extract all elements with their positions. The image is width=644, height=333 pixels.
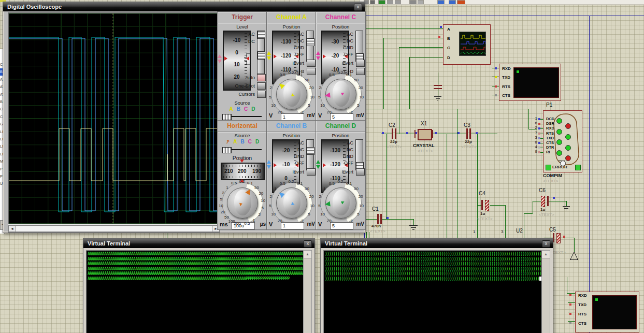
terminal-screen[interactable]: ))))))))))))))))))))))))))))))))))))))))… <box>323 250 542 333</box>
pin-state-square <box>495 85 497 88</box>
component-ref[interactable]: C6 <box>539 187 546 193</box>
source-channel-letters[interactable]: ↗ A B C D <box>218 139 267 144</box>
crystal-body[interactable] <box>418 129 432 140</box>
slider-knob[interactable] <box>222 114 232 120</box>
scope-scrollbar[interactable]: ◄ ► <box>8 225 220 233</box>
slider-knob[interactable] <box>307 147 314 155</box>
source-b[interactable]: B <box>237 106 240 112</box>
library-icon[interactable] <box>418 0 424 5</box>
scroll-thumb[interactable] <box>16 225 212 232</box>
terminal-screen[interactable]: AAAAAAAAAAAAAAAAAAAAAAAAAAAAAAAAAAAAAAAA… <box>86 250 304 333</box>
window-title[interactable]: Digital Oscilloscope <box>3 2 365 11</box>
horizontal-position-drum[interactable]: 210 200 190 <box>221 163 265 180</box>
slider-knob[interactable] <box>307 38 314 46</box>
volts-per-div-knob[interactable]: V 1 mV 0.50.20.1125102050201052 <box>267 181 316 229</box>
dollar-icon[interactable] <box>437 0 445 5</box>
trigger-source-slider[interactable] <box>222 113 262 120</box>
source-b[interactable]: B <box>240 139 244 144</box>
auto-button[interactable] <box>257 74 266 81</box>
level-up-arrow-icon[interactable] <box>218 54 222 58</box>
component-ref[interactable]: C5 <box>549 227 556 233</box>
terminal-component-screen <box>513 67 559 98</box>
position-down-arrow-icon[interactable] <box>267 56 271 60</box>
scroll-left-icon[interactable]: ◄ <box>8 225 16 232</box>
position-down-arrow-icon[interactable] <box>267 165 271 169</box>
gain-value[interactable]: 5 <box>330 222 353 229</box>
exit-icon[interactable] <box>457 0 465 5</box>
component-ref[interactable]: C1 <box>372 206 379 212</box>
terminal-body: ))))))))))))))))))))))))))))))))))))))))… <box>322 249 552 333</box>
position-up-arrow-icon[interactable] <box>267 160 271 164</box>
source-c[interactable]: C <box>244 106 248 112</box>
window-title[interactable]: Virtual Terminal <box>321 239 553 248</box>
virtual-terminal-component-bottom[interactable]: RXD TXD RTS CTS <box>575 292 639 332</box>
position-up-arrow-icon[interactable] <box>316 160 320 164</box>
slider-knob[interactable] <box>257 52 265 60</box>
source-d[interactable]: D <box>255 139 259 144</box>
position-down-arrow-icon[interactable] <box>316 165 320 169</box>
source-a[interactable]: A <box>230 106 233 112</box>
capacitor-plate <box>466 128 468 139</box>
volts-per-div-knob[interactable]: V 5 mV 0.50.20.1125102050201052 <box>316 181 365 229</box>
gain-value[interactable]: 1 <box>281 222 304 229</box>
source-d[interactable]: D <box>251 106 255 112</box>
letter-icon[interactable] <box>370 0 375 5</box>
people-icon[interactable] <box>409 0 417 5</box>
oscilloscope-probe-component[interactable]: A B C D <box>443 24 491 65</box>
component-ref[interactable]: C4 <box>479 191 485 196</box>
capacitor-plate <box>469 128 471 139</box>
knob-scale-label: 2 <box>319 85 321 90</box>
trigger-panel: Trigger Level -10 0 10 20 AC DC <box>217 11 267 121</box>
terminal-body: AAAAAAAAAAAAAAAAAAAAAAAAAAAAAAAAAAAAAAAA… <box>84 249 313 333</box>
component-ref: P1 <box>546 102 552 108</box>
invert-button[interactable] <box>307 60 316 67</box>
terminal-scrollbar[interactable]: ▲ <box>303 250 312 333</box>
component-ref[interactable]: X1 <box>421 121 427 126</box>
slider-knob[interactable] <box>222 147 232 153</box>
coupling-slider[interactable] <box>355 139 363 170</box>
one-shot-button[interactable] <box>257 82 266 90</box>
package-icon[interactable] <box>387 0 393 5</box>
source-a[interactable]: A <box>233 139 237 144</box>
cursors-button[interactable] <box>257 91 266 98</box>
position-up-arrow-icon[interactable] <box>316 51 320 55</box>
volts-per-div-knob[interactable]: V 1 mV 0.50.20.1125102050201052 <box>267 72 316 121</box>
level-down-arrow-icon[interactable] <box>218 60 222 63</box>
trigger-coupling-slider[interactable] <box>257 31 265 53</box>
invert-button[interactable] <box>307 168 316 176</box>
scroll-up-icon[interactable]: ▲ <box>542 251 550 258</box>
virtual-terminal-component-top[interactable]: RXD TXD RTS CTS <box>499 64 561 101</box>
invert-button[interactable] <box>356 60 365 67</box>
timebase-knob[interactable]: ms 100u µs 0.50.20.112510205010020050201… <box>218 181 267 229</box>
terminal-scrollbar[interactable]: ▲ <box>541 250 550 333</box>
component-ref[interactable]: U2 <box>516 228 523 234</box>
position-up-arrow-icon[interactable] <box>267 51 271 55</box>
scroll-up-icon[interactable]: ▲ <box>304 251 311 258</box>
volts-per-div-knob[interactable]: V 5 mV 0.50.20.1125102050201052 <box>316 72 365 121</box>
unit-v-label: V <box>269 221 273 227</box>
horizontal-source-slider[interactable] <box>222 147 262 153</box>
device-grid-icon[interactable] <box>378 0 385 5</box>
component-ref[interactable]: C2 <box>389 122 395 128</box>
close-button[interactable]: x <box>354 4 362 11</box>
source-c[interactable]: C <box>248 139 252 144</box>
component-ref[interactable]: C3 <box>464 122 470 128</box>
close-button[interactable]: x <box>542 240 550 248</box>
trigger-edge-slider[interactable] <box>257 51 265 74</box>
coupling-slider[interactable] <box>355 31 363 62</box>
source-channel-letters[interactable]: A B C D <box>218 106 267 112</box>
coupling-slider[interactable] <box>306 139 314 170</box>
invert-button[interactable] <box>356 168 365 176</box>
compim-component[interactable]: P1 ERROR 1 DCD6 DSR2 RXD7 <box>533 109 582 187</box>
gain-value[interactable]: 1 <box>281 113 304 121</box>
slider-knob[interactable] <box>257 31 265 39</box>
coupling-slider[interactable] <box>306 31 314 62</box>
goto-arrow-icon[interactable] <box>449 0 456 5</box>
decompose-icon[interactable] <box>395 0 401 5</box>
close-button[interactable]: x <box>304 240 312 248</box>
position-down-arrow-icon[interactable] <box>316 56 320 60</box>
gain-value[interactable]: 5 <box>330 113 353 121</box>
knob-scale-label: 0.1 <box>346 181 352 185</box>
drum-marker-icon <box>323 163 326 167</box>
window-title[interactable]: Virtual Terminal <box>83 239 314 248</box>
